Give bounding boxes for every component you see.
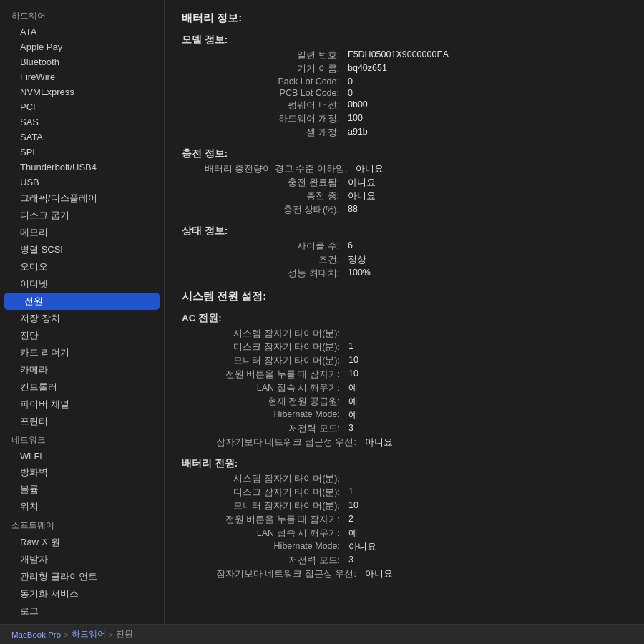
sidebar-item-usb[interactable]: USB <box>0 175 164 190</box>
ac-low-power-label: 저전력 모드: <box>216 423 348 435</box>
sidebar-item-spi[interactable]: SPI <box>0 145 164 160</box>
cell-revision-value: a91b <box>348 127 368 139</box>
sidebar-section-hardware: 하드웨어 <box>0 6 164 24</box>
sidebar-item-managed-client[interactable]: 관리형 클라이언트 <box>0 568 164 585</box>
ac-hibernate-value: 예 <box>348 409 358 421</box>
main-content: 배터리 정보: 모델 정보: 일련 번호: F5DH05001X9000000E… <box>165 0 644 624</box>
sidebar-section-network: 네트워크 <box>0 430 164 449</box>
bat-power-button-row: 전원 버튼을 누를 때 잠자기: 2 <box>182 514 627 526</box>
bat-lan-wake-value: 예 <box>348 527 358 540</box>
sidebar-item-printer[interactable]: 프린터 <box>0 413 164 430</box>
battery-info-title: 배터리 정보: <box>182 11 627 25</box>
model-info-title: 모델 정보: <box>182 34 627 47</box>
sidebar-item-audio[interactable]: 오디오 <box>0 258 164 275</box>
hw-revision-value: 100 <box>348 113 363 125</box>
ac-network-priority-label: 잠자기보다 네트워크 접근성 우선: <box>216 436 365 449</box>
sidebar-item-location[interactable]: 위치 <box>0 498 164 515</box>
bat-power-button-label: 전원 버튼을 누를 때 잠자기: <box>216 514 348 526</box>
sidebar-item-memory[interactable]: 메모리 <box>0 224 164 241</box>
pack-lot-value: 0 <box>348 77 353 87</box>
sidebar-item-power[interactable]: 전원 <box>4 293 160 310</box>
breadcrumb-level1: 하드웨어 <box>72 629 106 640</box>
charge-warning-value: 아니요 <box>356 163 384 175</box>
status-info-title: 상태 정보: <box>182 225 627 238</box>
cell-revision-label: 셀 개정: <box>205 127 348 139</box>
bat-sleep-monitor-row: 모니터 잠자기 타이머(분): 10 <box>182 500 627 512</box>
pack-lot-label: Pack Lot Code: <box>205 77 348 87</box>
ac-current-power-row: 현재 전원 공급원: 예 <box>182 396 627 408</box>
charging-value: 아니요 <box>348 190 376 203</box>
sidebar-item-sync[interactable]: 동기화 서비스 <box>0 585 164 602</box>
sidebar-item-log[interactable]: 로그 <box>0 602 164 620</box>
bat-power-button-value: 2 <box>348 514 353 526</box>
bat-lan-wake-label: LAN 접속 시 깨우기: <box>216 527 348 540</box>
sidebar-item-firewall[interactable]: 방화벽 <box>0 464 164 481</box>
sidebar-item-wifi[interactable]: Wi-Fi <box>0 449 164 464</box>
bat-low-power-label: 저전력 모드: <box>216 555 348 567</box>
battery-power-title: 배터리 전원: <box>182 457 627 470</box>
sidebar-item-raw[interactable]: Raw 지원 <box>0 534 164 551</box>
bat-hibernate-row: Hibernate Mode: 아니요 <box>182 541 627 553</box>
ac-sleep-disk-value: 1 <box>348 341 353 353</box>
bat-sleep-disk-value: 1 <box>348 487 353 499</box>
sidebar-item-ata[interactable]: ATA <box>0 24 164 39</box>
ac-network-priority-row: 잠자기보다 네트워크 접근성 우선: 아니요 <box>182 436 627 449</box>
pack-lot-row: Pack Lot Code: 0 <box>182 77 627 87</box>
sidebar-item-volume[interactable]: 볼륨 <box>0 481 164 498</box>
ac-hibernate-row: Hibernate Mode: 예 <box>182 409 627 421</box>
sidebar-item-diagnostics[interactable]: 진단 <box>0 327 164 344</box>
sidebar-item-pci[interactable]: PCI <box>0 99 164 114</box>
hw-revision-row: 하드웨어 개정: 100 <box>182 113 627 125</box>
sidebar-item-apple-pay[interactable]: Apple Pay <box>0 39 164 54</box>
bat-network2-label: 잠자기보다 네트워크 접근성 우선: <box>216 568 365 580</box>
sidebar-item-bluetooth[interactable]: Bluetooth <box>0 54 164 69</box>
sidebar-item-controller[interactable]: 컨트롤러 <box>0 379 164 396</box>
device-name-value: bq40z651 <box>348 63 387 75</box>
sidebar-item-firewire[interactable]: FireWire <box>0 69 164 84</box>
condition-row: 조건: 정상 <box>182 254 627 266</box>
sidebar-item-storage[interactable]: 저장 장치 <box>0 310 164 327</box>
ac-lan-wake-row: LAN 접속 시 깨우기: 예 <box>182 382 627 394</box>
ac-power-button-row: 전원 버튼을 누를 때 잠자기: 10 <box>182 369 627 381</box>
ac-low-power-row: 저전력 모드: 3 <box>182 423 627 435</box>
sidebar: 하드웨어 ATA Apple Pay Bluetooth FireWire NV… <box>0 0 165 624</box>
breadcrumb-app: MacBook Pro <box>11 630 61 639</box>
ac-lan-wake-label: LAN 접속 시 깨우기: <box>216 382 348 394</box>
sidebar-item-nvmexpress[interactable]: NVMExpress <box>0 84 164 99</box>
bat-sleep-monitor-label: 모니터 잠자기 타이머(분): <box>216 500 348 512</box>
bat-sleep-disk-label: 디스크 잠자기 타이머(분): <box>216 487 348 499</box>
sidebar-item-graphics[interactable]: 그래픽/디스플레이 <box>0 190 164 207</box>
system-power-title: 시스템 전원 설정: <box>182 290 627 303</box>
bat-network2-value: 아니요 <box>365 568 393 580</box>
ac-sleep-monitor-label: 모니터 잠자기 타이머(분): <box>216 355 348 367</box>
sidebar-item-sata[interactable]: SATA <box>0 130 164 145</box>
bat-hibernate-value: 아니요 <box>348 541 376 553</box>
charge-warning-label: 배터리 충전량이 경고 수준 이하임: <box>205 163 356 175</box>
sidebar-item-scsi[interactable]: 병렬 SCSI <box>0 241 164 258</box>
sidebar-item-ethernet[interactable]: 이더넷 <box>0 275 164 293</box>
ac-power-button-label: 전원 버튼을 누를 때 잠자기: <box>216 369 348 381</box>
firmware-value: 0b00 <box>348 99 368 112</box>
pcb-lot-value: 0 <box>348 88 353 98</box>
sidebar-item-developer[interactable]: 개발자 <box>0 551 164 568</box>
sidebar-item-fibre[interactable]: 파이버 채널 <box>0 396 164 413</box>
sidebar-item-disk[interactable]: 디스크 굽기 <box>0 207 164 224</box>
ac-sleep-disk-row: 디스크 잠자기 타이머(분): 1 <box>182 341 627 353</box>
ac-hibernate-label: Hibernate Mode: <box>216 409 348 421</box>
ac-low-power-value: 3 <box>348 423 353 435</box>
sidebar-item-card-reader[interactable]: 카드 리더기 <box>0 344 164 361</box>
sidebar-item-sas[interactable]: SAS <box>0 114 164 130</box>
charge-warning-row: 배터리 충전량이 경고 수준 이하임: 아니요 <box>182 163 627 175</box>
sidebar-item-thunderbolt[interactable]: Thunderbolt/USB4 <box>0 160 164 175</box>
charge-complete-row: 충전 완료됨: 아니요 <box>182 177 627 189</box>
max-capacity-value: 100% <box>348 268 371 280</box>
pcb-lot-row: PCB Lot Code: 0 <box>182 88 627 98</box>
firmware-row: 펌웨어 버전: 0b00 <box>182 99 627 112</box>
ac-current-power-label: 현재 전원 공급원: <box>216 396 348 408</box>
sidebar-item-camera[interactable]: 카메라 <box>0 361 164 379</box>
firmware-label: 펌웨어 버전: <box>205 99 348 112</box>
max-capacity-label: 성능 최대치: <box>205 268 348 280</box>
bat-network2-row: 잠자기보다 네트워크 접근성 우선: 아니요 <box>182 568 627 580</box>
bat-sleep-system-label: 시스템 잠자기 타이머(분): <box>216 473 348 485</box>
breadcrumb: MacBook Pro > 하드웨어 > 전원 <box>0 624 644 644</box>
